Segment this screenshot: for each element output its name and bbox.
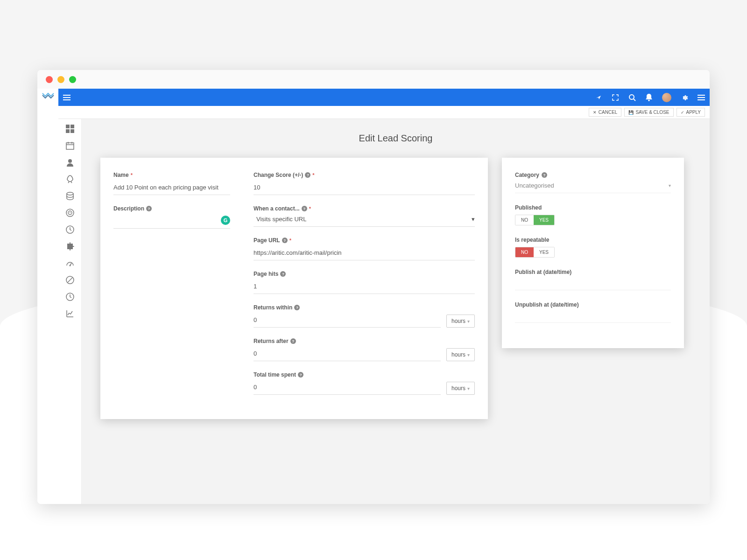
help-icon[interactable]: ? bbox=[282, 238, 288, 243]
category-label: Category? bbox=[515, 172, 671, 178]
save-icon: 💾 bbox=[628, 110, 634, 115]
share-icon[interactable] bbox=[595, 94, 602, 101]
x-icon: ✕ bbox=[593, 110, 597, 115]
svg-rect-0 bbox=[63, 95, 70, 96]
svg-rect-2 bbox=[63, 99, 70, 100]
sidenav bbox=[58, 119, 82, 504]
publish-at-label: Publish at (date/time) bbox=[515, 269, 671, 275]
menu-toggle-icon[interactable] bbox=[63, 95, 70, 100]
svg-rect-7 bbox=[698, 99, 705, 100]
svg-rect-10 bbox=[66, 129, 70, 133]
page-url-input[interactable] bbox=[254, 247, 475, 260]
user-avatar[interactable] bbox=[662, 93, 671, 102]
dashboard-icon[interactable] bbox=[66, 125, 74, 133]
chevron-down-icon: ▾ bbox=[467, 319, 470, 324]
svg-point-17 bbox=[67, 192, 73, 195]
help-icon[interactable]: ? bbox=[302, 206, 307, 211]
svg-rect-12 bbox=[66, 143, 74, 149]
apply-button[interactable]: ✓APPLY bbox=[677, 108, 705, 117]
topbar bbox=[58, 89, 710, 106]
bell-icon[interactable] bbox=[645, 94, 653, 101]
svg-point-20 bbox=[70, 212, 70, 213]
help-icon[interactable]: ? bbox=[294, 305, 300, 310]
svg-rect-11 bbox=[70, 129, 74, 133]
repeatable-yes[interactable]: YES bbox=[534, 247, 554, 257]
svg-rect-1 bbox=[63, 97, 70, 98]
svg-point-23 bbox=[69, 265, 70, 266]
change-score-input[interactable] bbox=[254, 182, 475, 195]
page-url-label: Page URL?* bbox=[254, 237, 475, 244]
rocket-icon[interactable] bbox=[66, 175, 74, 183]
category-select[interactable]: Uncategorised ▾ bbox=[515, 182, 671, 193]
svg-line-4 bbox=[634, 99, 635, 101]
hamburger-icon[interactable] bbox=[698, 94, 705, 101]
returns-after-input[interactable] bbox=[254, 348, 441, 361]
help-icon[interactable]: ? bbox=[290, 338, 296, 344]
brand-logo-icon bbox=[42, 91, 55, 99]
page-title: Edit Lead Scoring bbox=[100, 133, 691, 144]
fullscreen-icon[interactable] bbox=[612, 94, 619, 101]
target-icon[interactable] bbox=[66, 209, 74, 217]
search-icon[interactable] bbox=[628, 94, 636, 101]
help-icon[interactable]: ? bbox=[305, 172, 310, 178]
total-time-label: Total time spent? bbox=[254, 371, 475, 378]
help-icon[interactable]: ? bbox=[280, 271, 286, 277]
svg-rect-5 bbox=[698, 95, 705, 96]
returns-within-label: Returns within? bbox=[254, 304, 475, 311]
logo-strip bbox=[37, 89, 58, 504]
repeatable-no[interactable]: NO bbox=[515, 247, 534, 257]
unpublish-at-label: Unpublish at (date/time) bbox=[515, 301, 671, 308]
chevron-down-icon: ▾ bbox=[467, 352, 470, 357]
name-input[interactable] bbox=[113, 182, 230, 195]
app-window: ✕CANCEL 💾SAVE & CLOSE ✓APPLY bbox=[37, 70, 710, 504]
published-no[interactable]: NO bbox=[515, 215, 534, 225]
block-icon[interactable] bbox=[66, 276, 74, 284]
svg-rect-8 bbox=[66, 125, 70, 128]
chevron-down-icon: ▾ bbox=[467, 386, 470, 391]
help-icon[interactable]: ? bbox=[298, 372, 303, 378]
returns-within-input[interactable] bbox=[254, 315, 441, 328]
svg-rect-6 bbox=[698, 97, 705, 98]
puzzle-icon[interactable] bbox=[66, 242, 74, 251]
action-bar: ✕CANCEL 💾SAVE & CLOSE ✓APPLY bbox=[58, 106, 710, 119]
cancel-button[interactable]: ✕CANCEL bbox=[589, 108, 622, 117]
description-input[interactable] bbox=[113, 216, 230, 229]
gauge-icon[interactable] bbox=[66, 259, 74, 267]
name-label: Name* bbox=[113, 172, 230, 178]
help-icon[interactable]: ? bbox=[542, 172, 547, 178]
close-window-icon[interactable] bbox=[46, 76, 53, 83]
repeatable-toggle[interactable]: NO YES bbox=[515, 247, 555, 258]
grammar-check-icon[interactable]: G bbox=[221, 216, 230, 225]
unpublish-at-input[interactable] bbox=[515, 312, 671, 323]
history-icon[interactable] bbox=[66, 293, 74, 301]
svg-line-25 bbox=[68, 278, 72, 282]
page-hits-input[interactable] bbox=[254, 281, 475, 294]
svg-point-16 bbox=[68, 159, 72, 163]
returns-after-unit-select[interactable]: hours▾ bbox=[446, 348, 475, 361]
save-close-button[interactable]: 💾SAVE & CLOSE bbox=[624, 108, 673, 117]
returns-within-unit-select[interactable]: hours▾ bbox=[446, 315, 475, 328]
published-toggle[interactable]: NO YES bbox=[515, 215, 555, 225]
page-hits-label: Page hits? bbox=[254, 271, 475, 277]
svg-point-3 bbox=[629, 95, 634, 99]
minimize-window-icon[interactable] bbox=[57, 76, 64, 83]
when-contact-select[interactable]: Visits specific URL ▾ bbox=[254, 216, 475, 227]
total-time-input[interactable] bbox=[254, 382, 441, 395]
total-time-unit-select[interactable]: hours▾ bbox=[446, 382, 475, 395]
when-contact-label: When a contact...?* bbox=[254, 205, 475, 212]
help-icon[interactable]: ? bbox=[146, 206, 152, 211]
description-label: Description? bbox=[113, 205, 230, 212]
repeatable-label: Is repeatable bbox=[515, 237, 671, 243]
chevron-down-icon: ▾ bbox=[469, 216, 475, 223]
user-icon[interactable] bbox=[66, 158, 74, 167]
chevron-down-icon: ▾ bbox=[669, 183, 671, 188]
clock-icon[interactable] bbox=[66, 225, 74, 234]
maximize-window-icon[interactable] bbox=[69, 76, 76, 83]
chart-icon[interactable] bbox=[66, 309, 74, 318]
gear-icon[interactable] bbox=[681, 94, 688, 101]
svg-rect-9 bbox=[70, 125, 74, 128]
database-icon[interactable] bbox=[66, 192, 74, 200]
publish-at-input[interactable] bbox=[515, 279, 671, 290]
published-yes[interactable]: YES bbox=[534, 215, 554, 225]
calendar-icon[interactable] bbox=[66, 141, 74, 150]
